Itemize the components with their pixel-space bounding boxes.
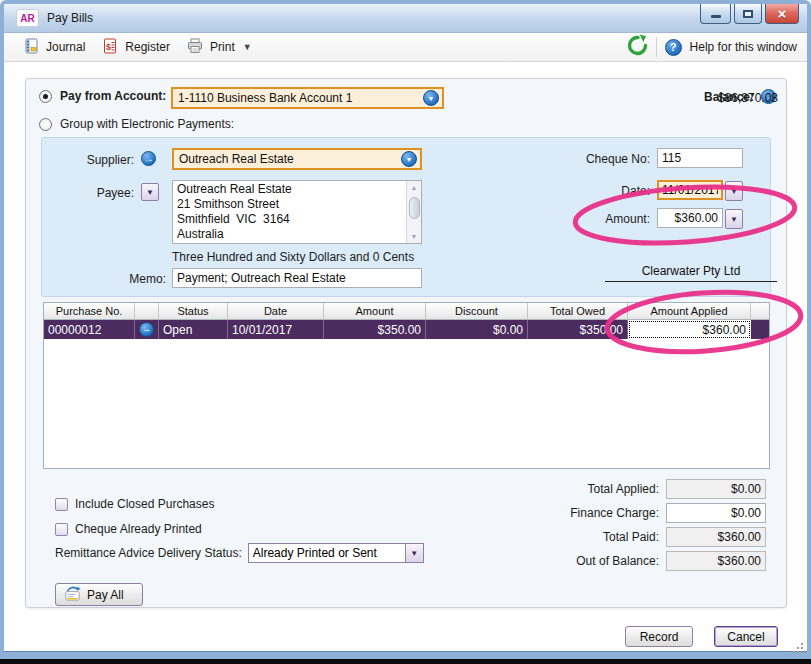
total-applied-row: Total Applied: — [356, 479, 766, 499]
col-header-amount[interactable]: Amount — [324, 303, 426, 320]
supplier-combo[interactable]: Outreach Real Estate ▼ — [172, 148, 422, 170]
finance-charge-label: Finance Charge: — [570, 506, 659, 520]
col-header-amount-applied[interactable]: Amount Applied — [628, 303, 751, 320]
purchases-table: Purchase No. Status Date Amount Discount… — [43, 302, 770, 469]
help-icon[interactable]: ? — [665, 39, 682, 56]
balance-value: $86,870.08 — [638, 91, 778, 105]
radio-selected-dot — [43, 94, 48, 99]
toolbar: Journal $ Register Print ▼ ? — [4, 33, 807, 62]
window-frame: AR Pay Bills × Journal $ Register — [0, 0, 811, 659]
cell-amount[interactable]: $350.00 — [324, 320, 426, 339]
col-header-status[interactable]: Status — [159, 303, 228, 320]
col-header-arrow — [135, 303, 159, 320]
cell-status[interactable]: Open — [159, 320, 228, 339]
cheque-no-input[interactable] — [657, 148, 743, 168]
payee-dropdown-button[interactable]: ▼ — [141, 183, 159, 201]
total-paid-field — [666, 527, 766, 547]
window-title: Pay Bills — [47, 11, 93, 25]
minimize-icon — [711, 15, 721, 18]
col-header-date[interactable]: Date — [228, 303, 324, 320]
total-applied-label: Total Applied: — [588, 482, 659, 496]
amount-dropdown-button[interactable]: ▼ — [725, 209, 743, 229]
svg-text:$: $ — [106, 41, 111, 51]
register-label: Register — [125, 40, 170, 54]
finance-charge-field[interactable] — [666, 503, 766, 523]
col-header-discount[interactable]: Discount — [426, 303, 528, 320]
cell-date[interactable]: 10/01/2017 — [228, 320, 324, 339]
scroll-down-icon[interactable]: ▼ — [407, 230, 421, 243]
close-button[interactable]: × — [765, 4, 799, 24]
include-closed-checkbox[interactable] — [55, 498, 68, 511]
print-dropdown-caret-icon: ▼ — [243, 42, 252, 52]
record-button[interactable]: Record — [625, 626, 693, 647]
pay-from-account-radio[interactable] — [39, 90, 52, 103]
table-header-row: Purchase No. Status Date Amount Discount… — [44, 303, 769, 320]
col-header-total-owed[interactable]: Total Owed — [528, 303, 628, 320]
register-button[interactable]: $ Register — [93, 35, 178, 60]
journal-icon — [22, 37, 40, 58]
signature-line: Clearwater Pty Ltd — [605, 264, 777, 282]
print-button[interactable]: Print ▼ — [178, 35, 260, 60]
payee-address-box[interactable]: Outreach Real Estate 21 Smithson Street … — [172, 180, 422, 244]
include-closed-row: Include Closed Purchases — [55, 497, 214, 511]
payee-scrollbar[interactable]: ▲ ▼ — [406, 181, 421, 243]
total-paid-row: Total Paid: — [356, 527, 766, 547]
group-electronic-radio[interactable] — [39, 118, 52, 131]
cell-total-owed[interactable]: $350.00 — [528, 320, 628, 339]
memo-input[interactable] — [172, 268, 422, 288]
pay-all-label: Pay All — [87, 588, 124, 602]
total-applied-field — [666, 479, 766, 499]
supplier-panel: Supplier: → Outreach Real Estate ▼ Chequ… — [41, 137, 771, 297]
cheque-printed-checkbox[interactable] — [55, 523, 68, 536]
window-controls: × — [697, 4, 799, 24]
toolbar-separator — [656, 37, 657, 57]
cheque-no-label: Cheque No: — [482, 152, 650, 166]
refresh-icon[interactable] — [626, 34, 648, 60]
out-of-balance-field — [666, 551, 766, 571]
pay-from-account-row: Pay from Account: — [39, 89, 166, 103]
date-dropdown-button[interactable]: ▼ — [725, 181, 743, 201]
chevron-down-icon: ▼ — [146, 188, 154, 197]
pay-from-account-label: Pay from Account: — [60, 89, 166, 103]
pay-all-button[interactable]: Pay All — [55, 583, 143, 606]
journal-button[interactable]: Journal — [14, 35, 93, 60]
record-label: Record — [640, 630, 679, 644]
supplier-dropdown-icon[interactable]: ▼ — [401, 151, 417, 167]
content-area: Pay from Account: 1-1110 Business Bank A… — [4, 62, 807, 651]
title-bar[interactable]: AR Pay Bills × — [4, 4, 807, 33]
finance-charge-row: Finance Charge: — [356, 503, 766, 523]
amount-in-words: Three Hundred and Sixty Dollars and 0 Ce… — [172, 250, 414, 264]
pay-from-account-value: 1-1110 Business Bank Account 1 — [178, 91, 423, 105]
minimize-button[interactable] — [700, 4, 731, 24]
cheque-printed-row: Cheque Already Printed — [55, 522, 202, 536]
scroll-up-icon[interactable]: ▲ — [407, 181, 421, 194]
amount-input[interactable] — [657, 208, 723, 228]
pay-all-icon — [64, 585, 81, 605]
pay-from-account-combo[interactable]: 1-1110 Business Bank Account 1 ▼ — [171, 87, 444, 109]
journal-label: Journal — [46, 40, 85, 54]
resize-grip[interactable] — [792, 642, 804, 654]
cell-discount[interactable]: $0.00 — [426, 320, 528, 339]
memo-label: Memo: — [72, 272, 166, 286]
cancel-button[interactable]: Cancel — [714, 626, 778, 647]
help-label[interactable]: Help for this window — [690, 40, 797, 54]
table-row[interactable]: 00000012 → Open 10/01/2017 $350.00 $0.00… — [44, 320, 769, 339]
cheque-printed-label: Cheque Already Printed — [75, 522, 202, 536]
col-header-purchase-no[interactable]: Purchase No. — [44, 303, 135, 320]
cell-amount-applied[interactable]: $360.00 — [628, 320, 751, 339]
cell-purchase-no[interactable]: 00000012 — [44, 320, 135, 339]
account-dropdown-icon[interactable]: ▼ — [423, 90, 439, 106]
app-badge-text: AR — [20, 13, 34, 24]
chevron-down-icon: ▼ — [730, 187, 738, 196]
supplier-detail-arrow-icon[interactable]: → — [141, 151, 156, 166]
close-icon: × — [778, 6, 787, 21]
group-electronic-label: Group with Electronic Payments: — [60, 117, 234, 131]
date-input[interactable] — [657, 180, 723, 200]
col-header-filler — [751, 303, 769, 320]
maximize-button[interactable] — [734, 4, 762, 24]
cancel-label: Cancel — [727, 630, 764, 644]
cell-detail-arrow[interactable]: → — [135, 320, 159, 339]
scroll-thumb[interactable] — [409, 197, 420, 219]
row-detail-arrow-icon[interactable]: → — [139, 322, 154, 337]
pay-bills-window: AR Pay Bills × Journal $ Register — [0, 0, 811, 664]
